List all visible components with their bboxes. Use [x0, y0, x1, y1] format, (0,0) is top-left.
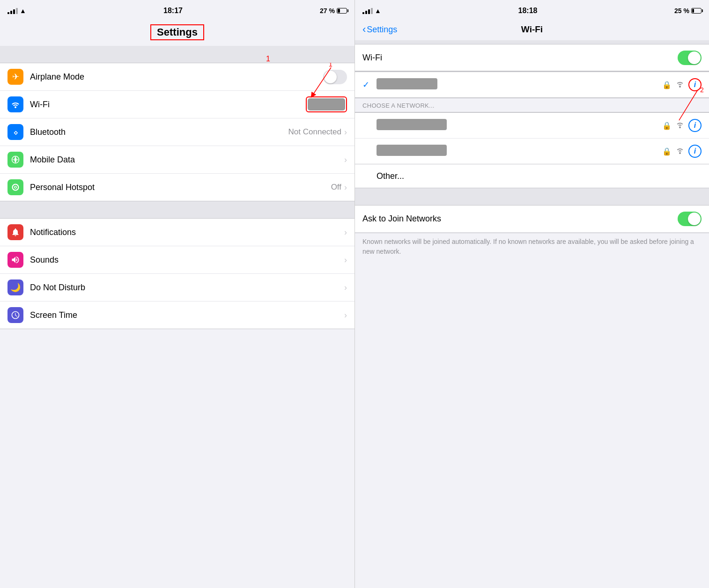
wifi-toggle[interactable]	[678, 51, 702, 65]
separator-ask-join	[355, 188, 709, 205]
battery-area-left: 27 %	[320, 7, 347, 15]
ask-join-toggle[interactable]	[678, 212, 702, 226]
wifi-toggle-group: Wi-Fi	[355, 44, 709, 71]
left-panel: ▲ 18:17 27 % Settings ✈ Airplane Mode 1	[0, 0, 354, 588]
network-2-name	[377, 145, 662, 158]
bar2-r	[365, 11, 367, 14]
bar4	[16, 8, 18, 14]
time-left: 18:17	[163, 7, 183, 15]
sounds-chevron: ›	[344, 255, 347, 265]
separator-mid-left	[0, 201, 354, 218]
checkmark-icon: ✓	[362, 80, 372, 90]
wifi-signal-1	[675, 121, 685, 130]
ask-join-note: Known networks will be joined automatica…	[355, 233, 709, 262]
mobile-label: Mobile Data	[30, 155, 344, 165]
info-icon-connected: i	[694, 81, 696, 89]
battery-pct-left: 27 %	[320, 7, 335, 15]
hotspot-icon	[7, 179, 23, 195]
battery-right	[691, 8, 702, 14]
screentime-label: Screen Time	[30, 310, 344, 320]
bar4-r	[371, 8, 373, 14]
settings-group-2: Notifications › Sounds › 🌙 Do Not Distur…	[0, 218, 354, 329]
bluetooth-label: Bluetooth	[30, 127, 288, 137]
settings-item-airplane[interactable]: ✈ Airplane Mode 1	[0, 63, 354, 91]
airplane-toggle[interactable]	[323, 70, 347, 84]
info-button-2[interactable]: i	[688, 145, 702, 158]
info-button-connected[interactable]: i	[688, 78, 702, 91]
airplane-label: Airplane Mode	[30, 72, 323, 82]
annotation-1-label: 1	[266, 55, 270, 63]
donotdisturb-label: Do Not Disturb	[30, 283, 344, 293]
network-2-icons: 🔒 i	[662, 145, 702, 158]
hotspot-value: Off	[331, 183, 341, 192]
connected-network-group: ✓ 🔒 i 2	[355, 72, 709, 98]
bluetooth-icon: ⬦	[7, 124, 23, 140]
available-networks-group: ✓ 🔒 i ✓ 🔒	[355, 112, 709, 164]
network-1-icons: 🔒 i	[662, 119, 702, 132]
notifications-icon	[7, 224, 23, 240]
back-chevron-icon: ‹	[362, 24, 366, 35]
settings-group-1: ✈ Airplane Mode 1 Wi-Fi	[0, 63, 354, 201]
ask-join-item[interactable]: Ask to Join Networks	[355, 206, 709, 233]
settings-title-box: Settings	[150, 24, 204, 40]
lock-icon-1: 🔒	[662, 121, 672, 130]
back-button[interactable]: ‹ Settings	[362, 24, 397, 35]
other-network-label: Other...	[377, 171, 404, 181]
screentime-icon	[7, 307, 23, 323]
bluetooth-value: Not Connected	[288, 127, 341, 137]
settings-item-screentime[interactable]: Screen Time ›	[0, 301, 354, 329]
wifi-settings-icon	[7, 96, 23, 112]
bar2	[10, 11, 12, 14]
settings-header: Settings	[0, 21, 354, 46]
notifications-chevron: ›	[344, 228, 347, 237]
battery-pct-right: 25 %	[674, 7, 689, 15]
choose-network-header: CHOOSE A NETWORK...	[355, 98, 709, 112]
signal-area-right: ▲	[362, 7, 381, 15]
back-label: Settings	[367, 25, 397, 35]
battery-fill-right	[692, 9, 694, 13]
settings-item-donotdisturb[interactable]: 🌙 Do Not Disturb ›	[0, 274, 354, 301]
donotdisturb-chevron: ›	[344, 283, 347, 293]
time-right: 18:18	[518, 7, 538, 15]
settings-item-wifi[interactable]: Wi-Fi 1	[0, 91, 354, 118]
settings-item-sounds[interactable]: Sounds ›	[0, 246, 354, 274]
annotation-2-label: 2	[700, 88, 704, 94]
sounds-icon	[7, 252, 23, 268]
hotspot-label: Personal Hotspot	[30, 183, 331, 192]
other-network-item[interactable]: ✓ Other...	[355, 164, 709, 188]
ssid-blur-1	[377, 119, 447, 130]
wifi-page-title: Wi-Fi	[521, 24, 543, 35]
choose-network-label: CHOOSE A NETWORK...	[362, 102, 435, 109]
separator-top-left	[0, 46, 354, 63]
donotdisturb-icon: 🌙	[7, 279, 23, 295]
settings-item-hotspot[interactable]: Personal Hotspot Off ›	[0, 174, 354, 201]
ask-join-section: Ask to Join Networks	[355, 205, 709, 233]
settings-item-notifications[interactable]: Notifications ›	[0, 219, 354, 246]
network-1-name	[377, 119, 662, 132]
wifi-status-blurred	[308, 98, 345, 110]
wifi-toggle-item[interactable]: Wi-Fi	[355, 44, 709, 71]
ssid-blur-2	[377, 145, 447, 156]
settings-title: Settings	[157, 26, 198, 38]
wifi-toggle-label: Wi-Fi	[362, 53, 678, 63]
wifi-status-icon-left: ▲	[20, 7, 26, 15]
ask-join-toggle-knob	[688, 213, 701, 225]
network-item-2[interactable]: ✓ 🔒 i	[355, 139, 709, 164]
signal-bars-left	[7, 8, 18, 14]
battery-area-right: 25 %	[674, 7, 702, 15]
wifi-header: ‹ Settings Wi-Fi	[355, 21, 709, 40]
settings-item-bluetooth[interactable]: ⬦ Bluetooth Not Connected ›	[0, 118, 354, 146]
status-bar-right: ▲ 18:18 25 %	[355, 0, 709, 21]
network-item-1[interactable]: ✓ 🔒 i	[355, 113, 709, 139]
settings-item-mobile[interactable]: Mobile Data ›	[0, 146, 354, 174]
connected-wifi-icons: 🔒 i 2	[662, 78, 702, 91]
info-icon-2: i	[694, 147, 696, 155]
bar1	[7, 12, 9, 14]
battery-fill-left	[338, 9, 340, 13]
info-button-1[interactable]: i	[688, 119, 702, 132]
connected-ssid-blur	[377, 78, 437, 89]
connected-network-item[interactable]: ✓ 🔒 i 2	[355, 72, 709, 97]
bar3-r	[368, 9, 370, 14]
airplane-icon: ✈	[7, 69, 23, 85]
ask-join-label: Ask to Join Networks	[362, 214, 678, 224]
